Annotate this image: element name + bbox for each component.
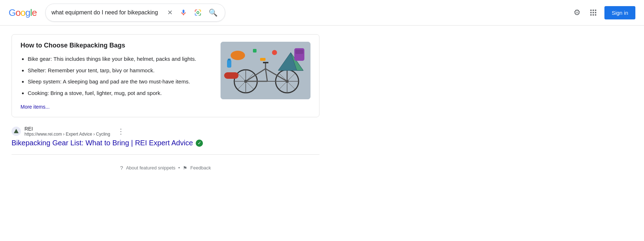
svg-rect-1 [590,10,592,11]
svg-rect-39 [295,50,303,54]
lens-search-button[interactable] [193,8,203,18]
svg-point-41 [272,50,277,55]
settings-button[interactable]: ⚙ [572,6,582,19]
search-result: REI https://www.rei.com › Expert Advice … [12,126,319,147]
voice-search-button[interactable] [178,8,189,18]
result-title-container: Bikepacking Gear List: What to Bring | R… [12,139,319,147]
list-item: Bike gear: This includes things like you… [28,54,209,64]
google-logo: Google [9,7,37,18]
about-snippets-link[interactable]: About featured snippets [126,165,175,170]
feedback-icon: ⚑ [183,165,187,171]
result-url: https://www.rei.com › Expert Advice › Cy… [24,132,110,137]
svg-rect-34 [224,72,239,79]
header-right: ⚙ Sign in [572,6,635,19]
snippet-title: How to Choose Bikepacking Bags [21,42,209,49]
svg-rect-6 [595,12,597,13]
snippet-content: How to Choose Bikepacking Bags Bike gear… [21,42,209,110]
footer-dot: • [178,165,180,170]
grid-icon [589,9,597,17]
main-content: How to Choose Bikepacking Bags Bike gear… [0,26,331,182]
svg-rect-42 [260,58,266,61]
verified-badge: ✓ [196,140,203,147]
sign-in-button[interactable]: Sign in [604,6,635,19]
header: Google ✕ [0,0,644,26]
svg-rect-9 [595,14,597,16]
svg-point-0 [197,12,199,14]
feedback-link[interactable]: Feedback [190,165,211,170]
result-menu-button[interactable]: ⋮ [115,126,127,136]
featured-snippet: How to Choose Bikepacking Bags Bike gear… [12,34,319,117]
svg-rect-2 [593,10,594,11]
svg-rect-3 [595,10,597,11]
search-icon: 🔍 [209,8,218,17]
svg-rect-36 [228,59,231,60]
result-favicon [12,127,21,136]
list-item: Cooking: Bring a stove, fuel, lighter, m… [28,88,209,98]
apps-button[interactable] [588,7,599,18]
svg-rect-35 [227,60,231,68]
svg-marker-43 [14,129,18,133]
camera-icon [194,9,201,16]
result-site-name: REI [24,126,110,132]
list-item: Sleep system: A sleeping bag and pad are… [28,77,209,86]
snippet-list: Bike gear: This includes things like you… [21,54,209,97]
more-items-link[interactable]: More items... [21,104,50,110]
search-submit-button[interactable]: 🔍 [207,7,219,18]
microphone-icon [180,9,187,16]
footer-bar: ? About featured snippets • ⚑ Feedback [12,162,319,174]
result-title-text: Bikepacking Gear List: What to Bring | R… [12,139,193,147]
clear-button[interactable]: ✕ [166,7,174,18]
list-item: Shelter: Remember your tent, tarp, bivy … [28,66,209,75]
search-input[interactable] [51,9,162,16]
svg-rect-5 [593,12,594,13]
divider [12,154,319,155]
result-source-info: REI https://www.rei.com › Expert Advice … [24,126,110,137]
search-icons: ✕ 🔍 [166,7,219,18]
svg-rect-4 [590,12,592,13]
snippet-image [221,42,310,99]
svg-rect-40 [253,49,257,53]
svg-rect-7 [590,14,592,16]
question-icon: ? [120,165,123,171]
result-title-link[interactable]: Bikepacking Gear List: What to Bring | R… [12,139,319,147]
gear-icon: ⚙ [573,8,581,17]
close-icon: ✕ [167,9,173,17]
search-bar: ✕ 🔍 [45,4,225,22]
bikepacking-illustration [221,42,310,99]
svg-point-37 [231,51,245,60]
svg-rect-8 [593,14,594,16]
result-source: REI https://www.rei.com › Expert Advice … [12,126,319,137]
rei-logo-icon [13,128,19,134]
